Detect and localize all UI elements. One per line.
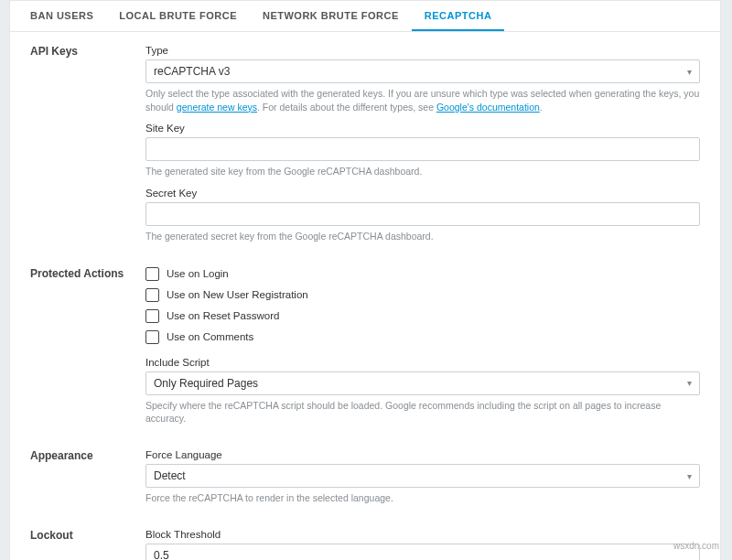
site-key-helper: The generated site key from the Google r… <box>145 165 700 178</box>
secret-key-label: Secret Key <box>145 188 700 199</box>
type-select[interactable]: reCAPTCHA v3 ▾ <box>145 59 700 83</box>
block-threshold-input[interactable] <box>145 544 700 560</box>
section-protected-actions: Protected Actions Use on Login Use on Ne… <box>30 267 700 425</box>
secret-key-input[interactable] <box>145 202 700 226</box>
generate-new-keys-link[interactable]: generate new keys <box>177 102 257 113</box>
section-title-appearance: Appearance <box>30 449 140 505</box>
tab-local-brute-force[interactable]: LOCAL BRUTE FORCE <box>106 1 250 31</box>
google-docs-link[interactable]: Google's documentation <box>436 102 540 113</box>
check-reset-password-label: Use on Reset Password <box>167 310 279 321</box>
section-title-protected-actions: Protected Actions <box>30 267 140 425</box>
block-threshold-label: Block Threshold <box>145 529 700 540</box>
check-login[interactable]: Use on Login <box>145 267 700 281</box>
type-helper: Only select the type associated with the… <box>145 87 700 113</box>
content: API Keys Type reCAPTCHA v3 ▾ Only select… <box>10 32 720 560</box>
force-language-label: Force Language <box>145 449 700 460</box>
chevron-down-icon: ▾ <box>687 378 692 388</box>
check-registration[interactable]: Use on New User Registration <box>145 288 700 302</box>
section-lockout: Lockout Block Threshold Google reCAPTCHA… <box>30 529 700 560</box>
check-login-label: Use on Login <box>167 268 229 279</box>
checkbox-icon <box>145 309 159 323</box>
checkbox-icon <box>145 330 159 344</box>
tab-recaptcha[interactable]: RECAPTCHA <box>412 1 505 31</box>
check-comments-label: Use on Comments <box>167 331 253 342</box>
section-api-keys: API Keys Type reCAPTCHA v3 ▾ Only select… <box>30 45 700 243</box>
tab-network-brute-force[interactable]: NETWORK BRUTE FORCE <box>250 1 412 31</box>
chevron-down-icon: ▾ <box>687 67 692 77</box>
secret-key-helper: The generated secret key from the Google… <box>145 230 700 243</box>
tab-ban-users[interactable]: BAN USERS <box>17 1 106 31</box>
force-language-value: Detect <box>154 469 186 482</box>
tabs: BAN USERS LOCAL BRUTE FORCE NETWORK BRUT… <box>10 1 720 32</box>
force-language-helper: Force the reCAPTCHA to render in the sel… <box>145 491 700 505</box>
include-script-helper: Specify where the reCAPTCHA script shoul… <box>145 399 700 425</box>
section-appearance: Appearance Force Language Detect ▾ Force… <box>30 449 700 505</box>
include-script-label: Include Script <box>145 357 700 368</box>
watermark: wsxdn.com <box>673 541 719 551</box>
type-label: Type <box>145 45 700 56</box>
include-script-value: Only Required Pages <box>154 377 258 390</box>
site-key-input[interactable] <box>145 137 700 161</box>
type-select-value: reCAPTCHA v3 <box>154 65 230 78</box>
force-language-select[interactable]: Detect ▾ <box>145 464 700 488</box>
chevron-down-icon: ▾ <box>687 471 692 481</box>
check-comments[interactable]: Use on Comments <box>145 330 700 344</box>
section-title-lockout: Lockout <box>30 529 140 560</box>
section-title-api-keys: API Keys <box>30 45 140 243</box>
check-reset-password[interactable]: Use on Reset Password <box>145 309 700 323</box>
site-key-label: Site Key <box>145 123 700 134</box>
checkbox-icon <box>145 267 159 281</box>
check-registration-label: Use on New User Registration <box>167 289 308 300</box>
checkbox-icon <box>145 288 159 302</box>
include-script-select[interactable]: Only Required Pages ▾ <box>145 372 700 395</box>
